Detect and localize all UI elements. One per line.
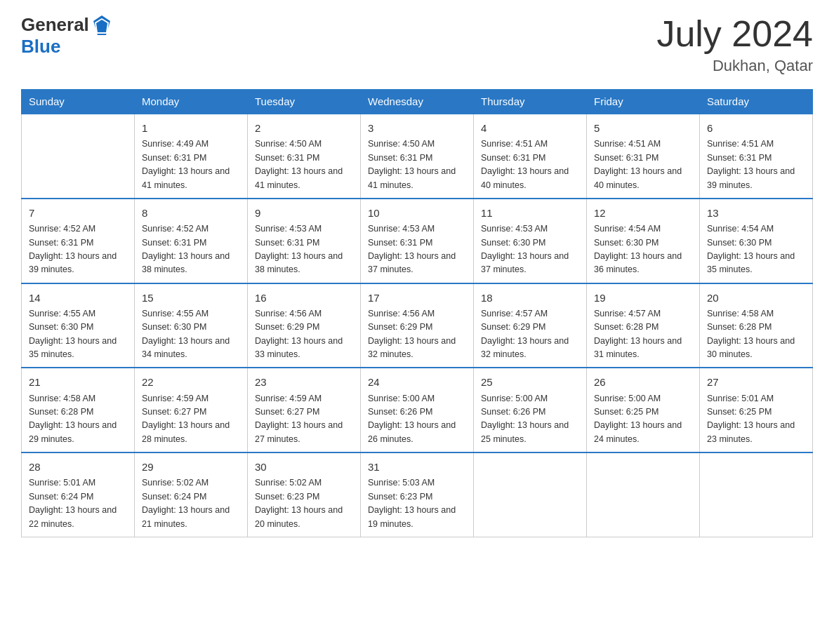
day-info: Sunrise: 4:57 AMSunset: 6:28 PMDaylight:… [594,307,692,362]
logo-general-text: General [21,14,89,36]
day-info: Sunrise: 4:53 AMSunset: 6:31 PMDaylight:… [255,222,353,277]
day-number: 6 [707,120,805,136]
page: General Blue July 2024 Dukhan, Qatar Sun… [0,0,834,644]
table-row: 10Sunrise: 4:53 AMSunset: 6:31 PMDayligh… [361,199,474,283]
week-row-1: 1Sunrise: 4:49 AMSunset: 6:31 PMDaylight… [22,114,813,199]
logo-blue-text: Blue [21,36,60,57]
logo: General Blue [21,14,114,58]
table-row: 18Sunrise: 4:57 AMSunset: 6:29 PMDayligh… [474,283,587,368]
day-info: Sunrise: 4:58 AMSunset: 6:28 PMDaylight:… [29,392,127,447]
day-info: Sunrise: 4:57 AMSunset: 6:29 PMDaylight:… [481,307,579,362]
day-number: 30 [255,459,353,475]
day-info: Sunrise: 4:50 AMSunset: 6:31 PMDaylight:… [255,137,353,192]
day-number: 18 [481,290,579,306]
table-row: 29Sunrise: 5:02 AMSunset: 6:24 PMDayligh… [135,452,248,537]
table-row: 23Sunrise: 4:59 AMSunset: 6:27 PMDayligh… [248,368,361,452]
table-row: 14Sunrise: 4:55 AMSunset: 6:30 PMDayligh… [22,283,135,368]
col-monday: Monday [135,90,248,114]
table-row: 15Sunrise: 4:55 AMSunset: 6:30 PMDayligh… [135,283,248,368]
day-info: Sunrise: 4:53 AMSunset: 6:30 PMDaylight:… [481,222,579,277]
col-wednesday: Wednesday [361,90,474,114]
day-number: 9 [255,205,353,221]
table-row: 7Sunrise: 4:52 AMSunset: 6:31 PMDaylight… [22,199,135,283]
table-row: 22Sunrise: 4:59 AMSunset: 6:27 PMDayligh… [135,368,248,452]
day-info: Sunrise: 5:01 AMSunset: 6:24 PMDaylight:… [29,476,127,531]
col-tuesday: Tuesday [248,90,361,114]
day-info: Sunrise: 4:56 AMSunset: 6:29 PMDaylight:… [255,307,353,362]
day-info: Sunrise: 5:00 AMSunset: 6:25 PMDaylight:… [594,392,692,447]
day-number: 15 [142,290,240,306]
location: Dukhan, Qatar [656,57,813,75]
table-row: 20Sunrise: 4:58 AMSunset: 6:28 PMDayligh… [700,283,813,368]
table-row: 30Sunrise: 5:02 AMSunset: 6:23 PMDayligh… [248,452,361,537]
day-info: Sunrise: 5:02 AMSunset: 6:23 PMDaylight:… [255,476,353,531]
day-number: 5 [594,120,692,136]
week-row-3: 14Sunrise: 4:55 AMSunset: 6:30 PMDayligh… [22,283,813,368]
day-info: Sunrise: 5:03 AMSunset: 6:23 PMDaylight:… [368,476,466,531]
day-number: 23 [255,374,353,390]
table-row: 17Sunrise: 4:56 AMSunset: 6:29 PMDayligh… [361,283,474,368]
day-number: 3 [368,120,466,136]
week-row-2: 7Sunrise: 4:52 AMSunset: 6:31 PMDaylight… [22,199,813,283]
day-info: Sunrise: 4:52 AMSunset: 6:31 PMDaylight:… [29,222,127,277]
table-row: 4Sunrise: 4:51 AMSunset: 6:31 PMDaylight… [474,114,587,199]
table-row: 9Sunrise: 4:53 AMSunset: 6:31 PMDaylight… [248,199,361,283]
day-number: 20 [707,290,805,306]
table-row: 16Sunrise: 4:56 AMSunset: 6:29 PMDayligh… [248,283,361,368]
day-number: 25 [481,374,579,390]
day-number: 27 [707,374,805,390]
day-number: 26 [594,374,692,390]
table-row: 5Sunrise: 4:51 AMSunset: 6:31 PMDaylight… [587,114,700,199]
week-row-5: 28Sunrise: 5:01 AMSunset: 6:24 PMDayligh… [22,452,813,537]
day-info: Sunrise: 4:58 AMSunset: 6:28 PMDaylight:… [707,307,805,362]
day-info: Sunrise: 4:59 AMSunset: 6:27 PMDaylight:… [255,392,353,447]
table-row: 1Sunrise: 4:49 AMSunset: 6:31 PMDaylight… [135,114,248,199]
day-info: Sunrise: 5:00 AMSunset: 6:26 PMDaylight:… [481,392,579,447]
logo-icon [91,15,113,35]
day-number: 31 [368,459,466,475]
title-section: July 2024 Dukhan, Qatar [656,14,813,75]
day-info: Sunrise: 4:51 AMSunset: 6:31 PMDaylight:… [481,137,579,192]
day-number: 11 [481,205,579,221]
col-thursday: Thursday [474,90,587,114]
table-row: 2Sunrise: 4:50 AMSunset: 6:31 PMDaylight… [248,114,361,199]
day-number: 13 [707,205,805,221]
day-number: 29 [142,459,240,475]
table-row: 6Sunrise: 4:51 AMSunset: 6:31 PMDaylight… [700,114,813,199]
table-row: 26Sunrise: 5:00 AMSunset: 6:25 PMDayligh… [587,368,700,452]
day-info: Sunrise: 5:02 AMSunset: 6:24 PMDaylight:… [142,476,240,531]
day-number: 7 [29,205,127,221]
table-row [587,452,700,537]
day-info: Sunrise: 5:00 AMSunset: 6:26 PMDaylight:… [368,392,466,447]
header: General Blue July 2024 Dukhan, Qatar [21,14,813,75]
table-row: 11Sunrise: 4:53 AMSunset: 6:30 PMDayligh… [474,199,587,283]
day-number: 19 [594,290,692,306]
table-row: 27Sunrise: 5:01 AMSunset: 6:25 PMDayligh… [700,368,813,452]
day-number: 12 [594,205,692,221]
day-number: 28 [29,459,127,475]
day-info: Sunrise: 4:54 AMSunset: 6:30 PMDaylight:… [707,222,805,277]
day-info: Sunrise: 5:01 AMSunset: 6:25 PMDaylight:… [707,392,805,447]
day-info: Sunrise: 4:50 AMSunset: 6:31 PMDaylight:… [368,137,466,192]
day-number: 24 [368,374,466,390]
day-info: Sunrise: 4:55 AMSunset: 6:30 PMDaylight:… [142,307,240,362]
table-row: 12Sunrise: 4:54 AMSunset: 6:30 PMDayligh… [587,199,700,283]
table-row: 19Sunrise: 4:57 AMSunset: 6:28 PMDayligh… [587,283,700,368]
col-saturday: Saturday [700,90,813,114]
table-row: 31Sunrise: 5:03 AMSunset: 6:23 PMDayligh… [361,452,474,537]
table-row: 13Sunrise: 4:54 AMSunset: 6:30 PMDayligh… [700,199,813,283]
table-row: 24Sunrise: 5:00 AMSunset: 6:26 PMDayligh… [361,368,474,452]
table-row: 3Sunrise: 4:50 AMSunset: 6:31 PMDaylight… [361,114,474,199]
day-info: Sunrise: 4:55 AMSunset: 6:30 PMDaylight:… [29,307,127,362]
day-number: 8 [142,205,240,221]
col-sunday: Sunday [22,90,135,114]
day-info: Sunrise: 4:52 AMSunset: 6:31 PMDaylight:… [142,222,240,277]
table-row: 28Sunrise: 5:01 AMSunset: 6:24 PMDayligh… [22,452,135,537]
col-friday: Friday [587,90,700,114]
day-number: 14 [29,290,127,306]
day-number: 4 [481,120,579,136]
day-info: Sunrise: 4:49 AMSunset: 6:31 PMDaylight:… [142,137,240,192]
day-info: Sunrise: 4:54 AMSunset: 6:30 PMDaylight:… [594,222,692,277]
calendar-table: Sunday Monday Tuesday Wednesday Thursday… [21,89,813,537]
table-row: 8Sunrise: 4:52 AMSunset: 6:31 PMDaylight… [135,199,248,283]
